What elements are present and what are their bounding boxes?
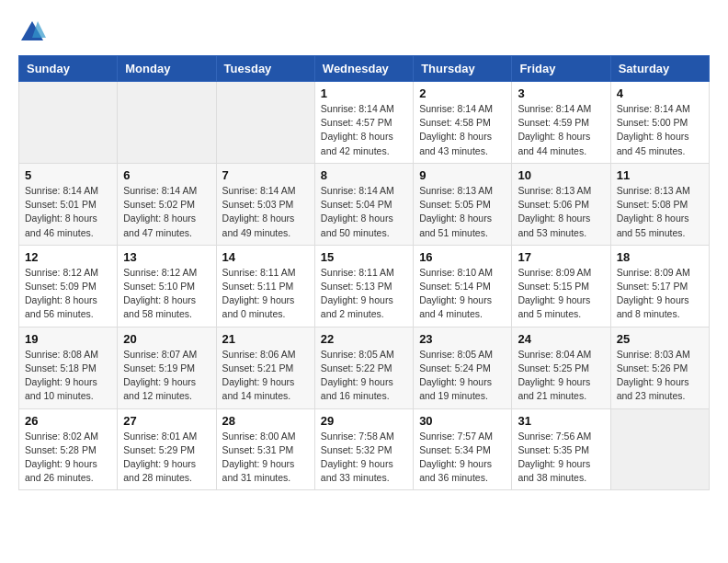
- day-info: Sunrise: 8:00 AM Sunset: 5:31 PM Dayligh…: [222, 430, 309, 486]
- day-number: 31: [518, 414, 604, 428]
- day-info: Sunrise: 8:06 AM Sunset: 5:21 PM Dayligh…: [222, 348, 309, 404]
- day-number: 4: [617, 86, 703, 100]
- day-number: 12: [25, 250, 111, 264]
- calendar-table: SundayMondayTuesdayWednesdayThursdayFrid…: [18, 55, 710, 490]
- day-cell: 28Sunrise: 8:00 AM Sunset: 5:31 PM Dayli…: [216, 408, 314, 490]
- week-row-4: 19Sunrise: 8:08 AM Sunset: 5:18 PM Dayli…: [19, 327, 710, 408]
- day-number: 24: [518, 332, 604, 346]
- weekday-header-row: SundayMondayTuesdayWednesdayThursdayFrid…: [19, 56, 710, 82]
- day-info: Sunrise: 8:09 AM Sunset: 5:15 PM Dayligh…: [518, 266, 604, 322]
- day-cell: 18Sunrise: 8:09 AM Sunset: 5:17 PM Dayli…: [610, 245, 709, 327]
- day-number: 2: [419, 86, 506, 100]
- day-number: 19: [25, 332, 111, 346]
- day-cell: 30Sunrise: 7:57 AM Sunset: 5:34 PM Dayli…: [414, 408, 512, 490]
- day-cell: 8Sunrise: 8:14 AM Sunset: 5:04 PM Daylig…: [314, 163, 413, 245]
- week-row-5: 26Sunrise: 8:02 AM Sunset: 5:28 PM Dayli…: [19, 408, 710, 490]
- page-header: [18, 18, 710, 46]
- day-info: Sunrise: 8:14 AM Sunset: 5:02 PM Dayligh…: [123, 184, 210, 240]
- day-cell: 14Sunrise: 8:11 AM Sunset: 5:11 PM Dayli…: [216, 245, 314, 327]
- day-cell: 29Sunrise: 7:58 AM Sunset: 5:32 PM Dayli…: [314, 408, 413, 490]
- day-cell: 20Sunrise: 8:07 AM Sunset: 5:19 PM Dayli…: [118, 327, 216, 408]
- day-cell: [610, 408, 709, 490]
- day-info: Sunrise: 8:12 AM Sunset: 5:09 PM Dayligh…: [25, 266, 111, 322]
- day-number: 10: [518, 168, 604, 182]
- day-info: Sunrise: 8:13 AM Sunset: 5:06 PM Dayligh…: [518, 184, 604, 240]
- day-cell: 2Sunrise: 8:14 AM Sunset: 4:58 PM Daylig…: [414, 82, 512, 164]
- day-info: Sunrise: 8:13 AM Sunset: 5:08 PM Dayligh…: [617, 184, 703, 240]
- day-info: Sunrise: 8:09 AM Sunset: 5:17 PM Dayligh…: [617, 266, 703, 322]
- day-info: Sunrise: 8:14 AM Sunset: 4:57 PM Dayligh…: [321, 102, 407, 158]
- day-info: Sunrise: 8:13 AM Sunset: 5:05 PM Dayligh…: [419, 184, 506, 240]
- weekday-header-wednesday: Wednesday: [314, 56, 413, 82]
- day-info: Sunrise: 8:07 AM Sunset: 5:19 PM Dayligh…: [123, 348, 210, 404]
- day-info: Sunrise: 8:10 AM Sunset: 5:14 PM Dayligh…: [419, 266, 506, 322]
- day-cell: 13Sunrise: 8:12 AM Sunset: 5:10 PM Dayli…: [118, 245, 216, 327]
- day-info: Sunrise: 8:14 AM Sunset: 5:03 PM Dayligh…: [222, 184, 309, 240]
- day-number: 1: [321, 86, 407, 100]
- logo-icon: [18, 18, 46, 46]
- day-cell: [19, 82, 118, 164]
- weekday-header-monday: Monday: [118, 56, 216, 82]
- day-cell: 9Sunrise: 8:13 AM Sunset: 5:05 PM Daylig…: [414, 163, 512, 245]
- day-cell: 16Sunrise: 8:10 AM Sunset: 5:14 PM Dayli…: [414, 245, 512, 327]
- day-info: Sunrise: 8:08 AM Sunset: 5:18 PM Dayligh…: [25, 348, 111, 404]
- day-cell: 19Sunrise: 8:08 AM Sunset: 5:18 PM Dayli…: [19, 327, 118, 408]
- day-info: Sunrise: 8:11 AM Sunset: 5:11 PM Dayligh…: [222, 266, 309, 322]
- day-info: Sunrise: 7:58 AM Sunset: 5:32 PM Dayligh…: [321, 430, 407, 486]
- day-number: 5: [25, 168, 111, 182]
- day-number: 13: [123, 250, 210, 264]
- day-number: 14: [222, 250, 309, 264]
- day-cell: 11Sunrise: 8:13 AM Sunset: 5:08 PM Dayli…: [610, 163, 709, 245]
- day-number: 22: [321, 332, 407, 346]
- day-number: 20: [123, 332, 210, 346]
- day-info: Sunrise: 8:14 AM Sunset: 5:04 PM Dayligh…: [321, 184, 407, 240]
- weekday-header-friday: Friday: [512, 56, 610, 82]
- day-number: 11: [617, 168, 703, 182]
- day-cell: 10Sunrise: 8:13 AM Sunset: 5:06 PM Dayli…: [512, 163, 610, 245]
- week-row-1: 1Sunrise: 8:14 AM Sunset: 4:57 PM Daylig…: [19, 82, 710, 164]
- day-cell: 5Sunrise: 8:14 AM Sunset: 5:01 PM Daylig…: [19, 163, 118, 245]
- logo: [18, 18, 50, 46]
- day-number: 7: [222, 168, 309, 182]
- day-info: Sunrise: 8:03 AM Sunset: 5:26 PM Dayligh…: [617, 348, 703, 404]
- day-cell: 25Sunrise: 8:03 AM Sunset: 5:26 PM Dayli…: [610, 327, 709, 408]
- day-info: Sunrise: 8:05 AM Sunset: 5:24 PM Dayligh…: [419, 348, 506, 404]
- day-number: 21: [222, 332, 309, 346]
- day-number: 29: [321, 414, 407, 428]
- week-row-2: 5Sunrise: 8:14 AM Sunset: 5:01 PM Daylig…: [19, 163, 710, 245]
- day-info: Sunrise: 7:57 AM Sunset: 5:34 PM Dayligh…: [419, 430, 506, 486]
- day-info: Sunrise: 8:05 AM Sunset: 5:22 PM Dayligh…: [321, 348, 407, 404]
- day-cell: 15Sunrise: 8:11 AM Sunset: 5:13 PM Dayli…: [314, 245, 413, 327]
- day-info: Sunrise: 8:12 AM Sunset: 5:10 PM Dayligh…: [123, 266, 210, 322]
- day-info: Sunrise: 7:56 AM Sunset: 5:35 PM Dayligh…: [518, 430, 604, 486]
- day-number: 28: [222, 414, 309, 428]
- day-cell: 1Sunrise: 8:14 AM Sunset: 4:57 PM Daylig…: [314, 82, 413, 164]
- day-number: 27: [123, 414, 210, 428]
- day-info: Sunrise: 8:14 AM Sunset: 4:58 PM Dayligh…: [419, 102, 506, 158]
- day-cell: 24Sunrise: 8:04 AM Sunset: 5:25 PM Dayli…: [512, 327, 610, 408]
- day-number: 9: [419, 168, 506, 182]
- day-cell: 21Sunrise: 8:06 AM Sunset: 5:21 PM Dayli…: [216, 327, 314, 408]
- day-number: 18: [617, 250, 703, 264]
- weekday-header-tuesday: Tuesday: [216, 56, 314, 82]
- day-cell: 12Sunrise: 8:12 AM Sunset: 5:09 PM Dayli…: [19, 245, 118, 327]
- day-info: Sunrise: 8:01 AM Sunset: 5:29 PM Dayligh…: [123, 430, 210, 486]
- weekday-header-sunday: Sunday: [19, 56, 118, 82]
- day-cell: 17Sunrise: 8:09 AM Sunset: 5:15 PM Dayli…: [512, 245, 610, 327]
- day-number: 23: [419, 332, 506, 346]
- day-number: 25: [617, 332, 703, 346]
- day-number: 15: [321, 250, 407, 264]
- day-cell: 7Sunrise: 8:14 AM Sunset: 5:03 PM Daylig…: [216, 163, 314, 245]
- day-number: 16: [419, 250, 506, 264]
- day-cell: 27Sunrise: 8:01 AM Sunset: 5:29 PM Dayli…: [118, 408, 216, 490]
- day-cell: 3Sunrise: 8:14 AM Sunset: 4:59 PM Daylig…: [512, 82, 610, 164]
- day-cell: 6Sunrise: 8:14 AM Sunset: 5:02 PM Daylig…: [118, 163, 216, 245]
- day-info: Sunrise: 8:04 AM Sunset: 5:25 PM Dayligh…: [518, 348, 604, 404]
- weekday-header-thursday: Thursday: [414, 56, 512, 82]
- weekday-header-saturday: Saturday: [610, 56, 709, 82]
- day-cell: 23Sunrise: 8:05 AM Sunset: 5:24 PM Dayli…: [414, 327, 512, 408]
- day-info: Sunrise: 8:14 AM Sunset: 4:59 PM Dayligh…: [518, 102, 604, 158]
- day-cell: 26Sunrise: 8:02 AM Sunset: 5:28 PM Dayli…: [19, 408, 118, 490]
- week-row-3: 12Sunrise: 8:12 AM Sunset: 5:09 PM Dayli…: [19, 245, 710, 327]
- day-number: 17: [518, 250, 604, 264]
